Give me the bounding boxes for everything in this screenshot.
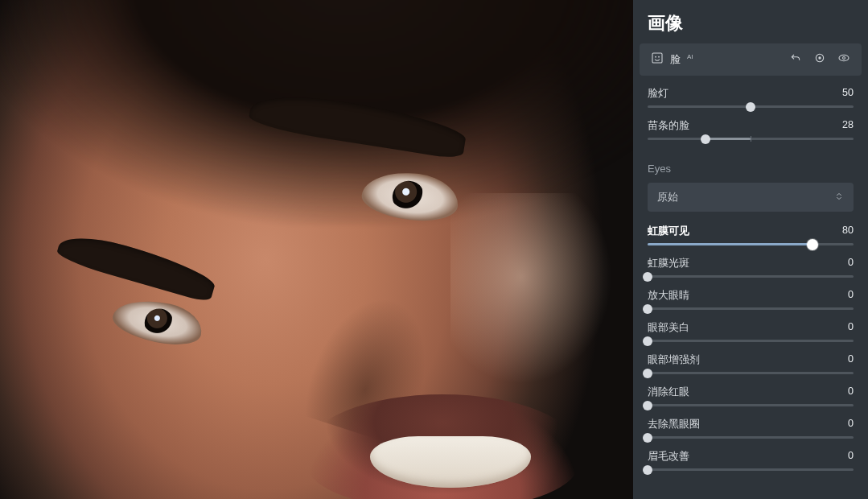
face-slider-0: 脸灯50 (648, 87, 854, 108)
eyes-slider-7-track[interactable] (648, 468, 854, 471)
eyes-slider-7-label: 眉毛改善 (648, 450, 689, 464)
eyes-slider-2-value: 0 (848, 289, 854, 303)
app-root: 画像 脸 AI 脸灯50苗条的脸28 (0, 0, 868, 499)
face-slider-1-track[interactable] (648, 138, 854, 140)
face-slider-1-fill (706, 138, 751, 140)
eyes-slider-4-labels: 眼部增强剂0 (648, 353, 854, 367)
eyes-slider-2-label: 放大眼睛 (648, 289, 689, 303)
eyes-slider-0-track[interactable] (648, 243, 854, 245)
eyes-preset-value: 原始 (657, 190, 678, 204)
image-canvas[interactable] (0, 0, 633, 499)
eyes-slider-5-label: 消除红眼 (648, 386, 689, 399)
svg-point-2 (658, 56, 660, 58)
eyes-slider-3-label: 眼部美白 (648, 321, 689, 335)
svg-point-6 (843, 57, 845, 60)
eyes-slider-6-track[interactable] (648, 436, 854, 439)
face-slider-1-labels: 苗条的脸28 (648, 119, 854, 133)
face-slider-0-value: 50 (842, 87, 854, 101)
face-slider-group: 脸灯50苗条的脸28 (633, 87, 868, 158)
eyes-slider-0: 虹膜可见80 (648, 225, 854, 245)
mask-icon[interactable] (813, 52, 826, 68)
slider-zero-mark (751, 136, 751, 142)
panel-section-left: 脸 AI (651, 52, 693, 68)
face-icon (651, 52, 664, 68)
eyes-slider-5-track[interactable] (648, 404, 854, 406)
portrait-eye-right (109, 293, 206, 351)
eyes-slider-0-labels: 虹膜可见80 (648, 225, 854, 238)
svg-point-5 (839, 55, 849, 60)
eyes-slider-3-value: 0 (848, 321, 854, 335)
face-slider-1: 苗条的脸28 (648, 119, 854, 140)
face-slider-0-track[interactable] (648, 105, 854, 108)
eyes-slider-0-fill (648, 243, 812, 245)
face-slider-1-label: 苗条的脸 (648, 119, 689, 133)
eyes-slider-5-thumb[interactable] (643, 401, 652, 410)
eyes-slider-0-label: 虹膜可见 (648, 225, 689, 238)
eyes-slider-7-value: 0 (848, 450, 854, 464)
panel-section-label: 脸 (670, 52, 681, 67)
eyes-slider-6-value: 0 (848, 418, 854, 431)
face-slider-1-value: 28 (842, 119, 854, 133)
eyes-slider-3: 眼部美白0 (648, 321, 854, 342)
eyes-slider-4-value: 0 (848, 353, 854, 367)
undo-icon[interactable] (789, 52, 802, 68)
eyes-slider-7-thumb[interactable] (643, 465, 652, 475)
svg-point-1 (655, 56, 656, 58)
eyes-slider-2-thumb[interactable] (643, 304, 652, 314)
eyes-slider-2: 放大眼睛0 (648, 289, 854, 310)
chevron-updown-icon (834, 192, 844, 204)
panel-section-header[interactable]: 脸 AI (640, 43, 862, 76)
eyes-slider-6-labels: 去除黑眼圈0 (648, 418, 854, 431)
face-slider-1-thumb[interactable] (701, 134, 710, 144)
eyes-preset-select[interactable]: 原始 (648, 183, 854, 212)
panel-title: 画像 (633, 0, 868, 43)
eyes-slider-4-label: 眼部增强剂 (648, 353, 700, 367)
portrait-brow-right (55, 228, 218, 303)
face-slider-0-label: 脸灯 (648, 87, 668, 101)
eyes-slider-4-track[interactable] (648, 372, 854, 374)
eyes-slider-1: 虹膜光斑0 (648, 257, 854, 278)
eyes-slider-2-labels: 放大眼睛0 (648, 289, 854, 303)
eyes-slider-6-label: 去除黑眼圈 (648, 418, 700, 431)
eyes-slider-4-thumb[interactable] (643, 369, 652, 378)
eyes-slider-4: 眼部增强剂0 (648, 353, 854, 374)
eyes-group-title: Eyes (648, 163, 854, 175)
eyes-slider-0-value: 80 (842, 225, 854, 238)
panel-section-actions (789, 52, 850, 68)
svg-rect-0 (652, 53, 662, 63)
face-slider-0-labels: 脸灯50 (648, 87, 854, 101)
eyes-slider-5-value: 0 (848, 386, 854, 399)
portrait-cheek-highlight (450, 193, 627, 402)
face-slider-0-thumb[interactable] (746, 102, 755, 112)
eyes-slider-7: 眉毛改善0 (648, 450, 854, 471)
eyes-slider-1-track[interactable] (648, 275, 854, 278)
eyes-slider-2-track[interactable] (648, 307, 854, 310)
eyes-slider-5-labels: 消除红眼0 (648, 386, 854, 399)
eyes-slider-7-labels: 眉毛改善0 (648, 450, 854, 464)
eyes-group: Eyes 原始 虹膜可见80虹膜光斑0放大眼睛0眼部美白0眼部增强剂0消除红眼0… (633, 163, 868, 489)
eyes-slider-3-track[interactable] (648, 340, 854, 342)
eyes-slider-1-value: 0 (848, 257, 854, 270)
panel-section-badge: AI (687, 53, 693, 60)
svg-point-4 (818, 56, 821, 59)
eyes-slider-6: 去除黑眼圈0 (648, 418, 854, 439)
eyes-slider-5: 消除红眼0 (648, 386, 854, 406)
eyes-slider-1-thumb[interactable] (643, 272, 652, 282)
side-panel: 画像 脸 AI 脸灯50苗条的脸28 (633, 0, 868, 499)
eyes-slider-1-label: 虹膜光斑 (648, 257, 689, 270)
portrait-background (0, 0, 633, 499)
eyes-slider-6-thumb[interactable] (643, 433, 652, 443)
eyes-slider-1-labels: 虹膜光斑0 (648, 257, 854, 270)
eyes-slider-3-labels: 眼部美白0 (648, 321, 854, 335)
visibility-icon[interactable] (837, 52, 850, 68)
eyes-slider-3-thumb[interactable] (643, 336, 652, 346)
eyes-slider-0-thumb[interactable] (807, 239, 818, 250)
